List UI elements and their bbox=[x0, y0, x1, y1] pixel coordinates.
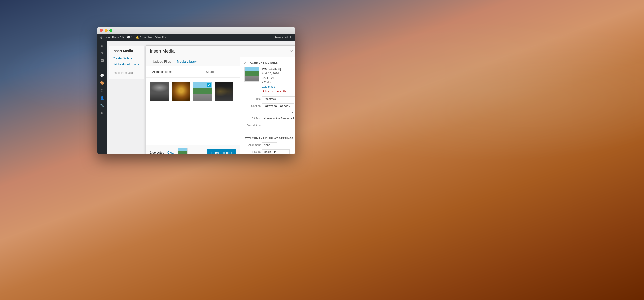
edit-image-link[interactable]: Edit Image bbox=[262, 85, 286, 89]
dialog-header: Insert Media ✕ bbox=[146, 46, 295, 57]
description-textarea[interactable] bbox=[262, 123, 294, 134]
browser-window: ⊕ WordPress 3.9 💬 1 🔔 0 + New View Post … bbox=[98, 27, 295, 154]
sidebar-icon-tools[interactable]: 🔧 bbox=[98, 102, 106, 109]
sidebar-icon-dashboard[interactable]: ⌂ bbox=[98, 42, 106, 49]
selected-thumbnail-preview bbox=[178, 148, 188, 154]
upload-files-tab[interactable]: Upload Files bbox=[150, 57, 174, 66]
media-dialog: Insert Media ✕ Upload Files Media Librar… bbox=[146, 46, 295, 154]
clear-selection-link[interactable]: Clear bbox=[168, 151, 175, 154]
attachment-preview: IMG_1104.jpg April 20, 2014 3264 × 2448 … bbox=[244, 67, 294, 94]
media-search-input[interactable] bbox=[204, 69, 236, 75]
insert-from-url-link[interactable]: Insert from URL bbox=[109, 70, 144, 76]
caption-field-label: Caption bbox=[244, 104, 261, 108]
link-to-field-row: Link To None Media File Attachment Page … bbox=[244, 150, 294, 154]
close-button[interactable] bbox=[100, 29, 103, 32]
alignment-field-label: Alignment bbox=[244, 142, 261, 146]
description-field-label: Description bbox=[244, 123, 261, 127]
attachment-thumb-image bbox=[244, 67, 260, 82]
selected-checkmark-icon: ✓ bbox=[207, 83, 211, 88]
admin-bar-view-post[interactable]: View Post bbox=[155, 36, 168, 39]
admin-bar-comments[interactable]: 💬 1 bbox=[127, 36, 133, 39]
title-input[interactable] bbox=[262, 96, 295, 102]
admin-bar-updates[interactable]: 🔔 0 bbox=[136, 36, 142, 39]
alignment-select[interactable]: None Left Center Right bbox=[262, 142, 277, 148]
alt-text-field-label: Alt Text bbox=[244, 116, 261, 120]
sidebar-icon-posts[interactable]: ✎ bbox=[98, 50, 106, 56]
sidebar-icon-appearance[interactable]: 🎨 bbox=[98, 80, 106, 86]
admin-bar-howdy: Howdy, admin bbox=[275, 36, 292, 39]
desktop-background bbox=[0, 0, 644, 300]
media-tabs: Upload Files Media Library bbox=[146, 57, 240, 66]
set-featured-image-link[interactable]: Set Featured Image bbox=[109, 62, 144, 68]
modal-area: Insert Media Create Gallery Set Featured… bbox=[107, 41, 295, 154]
thumbnail-image-clouds bbox=[150, 82, 169, 101]
thumbnail-image-dark bbox=[215, 82, 234, 101]
filter-bar: All media items bbox=[146, 66, 240, 78]
sidebar-icon-pages[interactable]: □ bbox=[98, 64, 106, 72]
dialog-body: Upload Files Media Library All media ite… bbox=[146, 57, 295, 154]
admin-bar-site-name[interactable]: WordPress 3.9 bbox=[106, 36, 124, 39]
wp-content-area: ⌂ ✎ 🖼 □ 💬 🎨 ⚙ 👤 🔧 ⚙ Insert Media Create … bbox=[98, 41, 295, 154]
close-dialog-button[interactable]: ✕ bbox=[289, 49, 294, 54]
selected-count-label: 1 selected bbox=[150, 151, 164, 154]
dialog-bottom-bar: 1 selected Clear Insert into post bbox=[146, 145, 240, 154]
wp-sidebar: ⌂ ✎ 🖼 □ 💬 🎨 ⚙ 👤 🔧 ⚙ bbox=[98, 41, 107, 154]
caption-field-row: Caption Saratoga Raceway bbox=[244, 104, 294, 114]
alignment-field-row: Alignment None Left Center Right bbox=[244, 142, 294, 148]
media-item-racetrack[interactable]: ✓ bbox=[193, 82, 212, 101]
description-field-row: Description bbox=[244, 123, 294, 134]
wp-admin-bar: ⊕ WordPress 3.9 💬 1 🔔 0 + New View Post … bbox=[98, 34, 295, 41]
attachment-info: IMG_1104.jpg April 20, 2014 3264 × 2448 … bbox=[262, 67, 286, 94]
dialog-left-panel: Upload Files Media Library All media ite… bbox=[146, 57, 240, 154]
alt-text-input[interactable] bbox=[262, 116, 295, 121]
sidebar-icon-comments[interactable]: 💬 bbox=[98, 72, 106, 79]
media-item-clouds[interactable] bbox=[150, 82, 170, 101]
media-item-dark[interactable] bbox=[214, 82, 234, 101]
attachment-dimensions: 3264 × 2448 bbox=[262, 76, 277, 80]
nav-separator bbox=[109, 68, 144, 70]
link-to-select[interactable]: None Media File Attachment Page Custom U… bbox=[262, 150, 290, 154]
attachment-date: April 20, 2014 bbox=[262, 72, 279, 75]
sidebar-icon-settings[interactable]: ⚙ bbox=[98, 110, 106, 116]
sidebar-icon-media[interactable]: 🖼 bbox=[98, 57, 106, 64]
alt-text-field-row: Alt Text bbox=[244, 116, 294, 121]
minimize-button[interactable] bbox=[105, 29, 108, 32]
maximize-button[interactable] bbox=[110, 29, 112, 32]
create-gallery-link[interactable]: Create Gallery bbox=[109, 56, 144, 62]
sidebar-icon-plugins[interactable]: ⚙ bbox=[98, 87, 106, 94]
attachment-details-panel: ATTACHMENT DETAILS IMG_1104.jpg April 20… bbox=[240, 57, 295, 154]
admin-bar-new[interactable]: + New bbox=[144, 36, 152, 39]
insert-media-title: Insert Media bbox=[109, 49, 144, 56]
title-field-row: Title bbox=[244, 96, 294, 102]
attachment-filesize: 2.2 MB bbox=[262, 81, 271, 84]
delete-permanently-link[interactable]: Delete Permanently bbox=[262, 89, 286, 94]
sidebar-icon-users[interactable]: 👤 bbox=[98, 94, 106, 102]
media-item-food[interactable] bbox=[172, 82, 191, 101]
insert-media-nav: Insert Media Create Gallery Set Featured… bbox=[109, 46, 144, 79]
media-grid: ✓ bbox=[146, 78, 240, 145]
thumbnail-image-food bbox=[172, 82, 190, 101]
insert-into-post-button[interactable]: Insert into post bbox=[207, 149, 236, 155]
link-to-field-label: Link To bbox=[244, 150, 261, 154]
titlebar bbox=[98, 27, 295, 34]
title-field-label: Title bbox=[244, 96, 261, 100]
wp-logo-icon[interactable]: ⊕ bbox=[100, 36, 103, 40]
attachment-details-title: ATTACHMENT DETAILS bbox=[244, 61, 294, 64]
media-filter-select[interactable]: All media items bbox=[150, 69, 178, 75]
caption-textarea[interactable]: Saratoga Raceway bbox=[262, 104, 294, 114]
attachment-filename: IMG_1104.jpg bbox=[262, 67, 281, 71]
dialog-title: Insert Media bbox=[150, 49, 289, 54]
media-library-tab[interactable]: Media Library bbox=[174, 57, 200, 66]
display-settings-title: ATTACHMENT DISPLAY SETTINGS bbox=[244, 137, 294, 140]
